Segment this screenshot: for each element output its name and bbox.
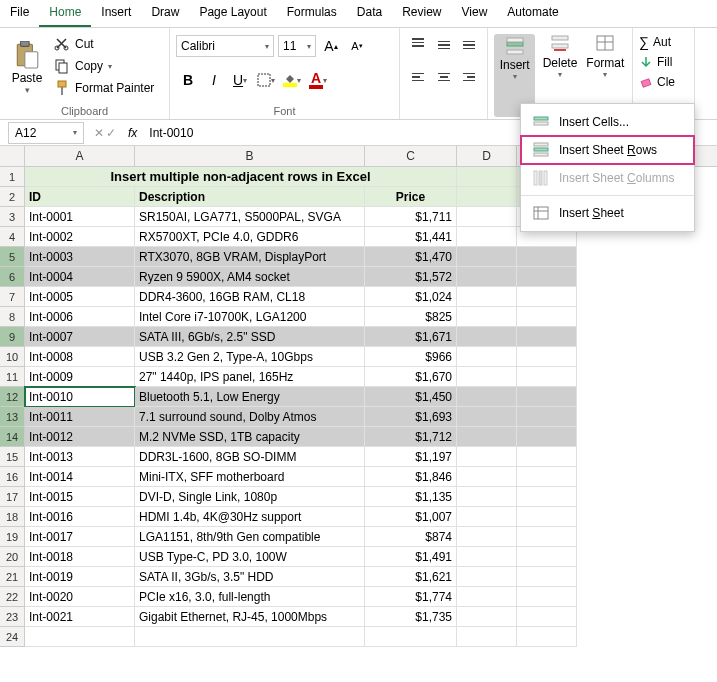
cell-id[interactable]: Int-0001 [25, 207, 135, 227]
cell-id[interactable]: Int-0012 [25, 427, 135, 447]
cell-price[interactable]: $1,774 [365, 587, 457, 607]
fill-button[interactable]: Fill [639, 52, 688, 72]
sheet-title[interactable]: Insert multiple non-adjacent rows in Exc… [25, 167, 457, 187]
cell-desc[interactable]: USB Type-C, PD 3.0, 100W [135, 547, 365, 567]
col-head-b[interactable]: B [135, 146, 365, 166]
row-head[interactable]: 14 [0, 427, 25, 447]
row-head[interactable]: 19 [0, 527, 25, 547]
cell[interactable] [517, 447, 577, 467]
cell-price[interactable]: $1,135 [365, 487, 457, 507]
cell[interactable] [517, 527, 577, 547]
col-head-a[interactable]: A [25, 146, 135, 166]
cell[interactable] [457, 167, 517, 187]
fx-icon[interactable]: fx [122, 126, 143, 140]
cell-desc[interactable]: RTX3070, 8GB VRAM, DisplayPort [135, 247, 365, 267]
cell-id[interactable]: Int-0004 [25, 267, 135, 287]
cell[interactable] [517, 507, 577, 527]
cell-id[interactable]: Int-0017 [25, 527, 135, 547]
align-bottom-button[interactable] [457, 34, 481, 56]
decrease-font-button[interactable]: A▾ [346, 35, 368, 57]
cell-desc[interactable]: DVI-D, Single Link, 1080p [135, 487, 365, 507]
cell-desc[interactable]: Bluetooth 5.1, Low Energy [135, 387, 365, 407]
header-desc[interactable]: Description [135, 187, 365, 207]
menu-file[interactable]: File [0, 0, 39, 27]
cell[interactable] [457, 187, 517, 207]
cell[interactable] [517, 547, 577, 567]
cell-id[interactable] [25, 627, 135, 647]
cell-desc[interactable]: SATA II, 3Gb/s, 3.5" HDD [135, 567, 365, 587]
cell[interactable] [457, 427, 517, 447]
cell-id[interactable]: Int-0008 [25, 347, 135, 367]
cell[interactable] [517, 567, 577, 587]
cell[interactable] [457, 627, 517, 647]
align-left-button[interactable] [406, 66, 430, 88]
row-head[interactable]: 13 [0, 407, 25, 427]
cell-price[interactable]: $1,491 [365, 547, 457, 567]
cell-desc[interactable]: SATA III, 6Gb/s, 2.5" SSD [135, 327, 365, 347]
cell[interactable] [457, 307, 517, 327]
row-head[interactable]: 17 [0, 487, 25, 507]
col-head-d[interactable]: D [457, 146, 517, 166]
cell[interactable] [457, 407, 517, 427]
row-head[interactable]: 23 [0, 607, 25, 627]
cell[interactable] [517, 247, 577, 267]
row-head[interactable]: 12 [0, 387, 25, 407]
cell-price[interactable] [365, 627, 457, 647]
font-size-select[interactable]: 11▾ [278, 35, 316, 57]
cell-desc[interactable] [135, 627, 365, 647]
cell-desc[interactable]: USB 3.2 Gen 2, Type-A, 10Gbps [135, 347, 365, 367]
cell-desc[interactable]: 7.1 surround sound, Dolby Atmos [135, 407, 365, 427]
col-head-c[interactable]: C [365, 146, 457, 166]
menu-home[interactable]: Home [39, 0, 91, 27]
cell-price[interactable]: $1,441 [365, 227, 457, 247]
row-head[interactable]: 9 [0, 327, 25, 347]
cell[interactable] [517, 267, 577, 287]
cell-price[interactable]: $825 [365, 307, 457, 327]
select-all-corner[interactable] [0, 146, 25, 166]
cell-id[interactable]: Int-0020 [25, 587, 135, 607]
row-head[interactable]: 16 [0, 467, 25, 487]
cell-price[interactable]: $874 [365, 527, 457, 547]
cell[interactable] [457, 447, 517, 467]
font-name-select[interactable]: Calibri▾ [176, 35, 274, 57]
cell[interactable] [457, 467, 517, 487]
header-id[interactable]: ID [25, 187, 135, 207]
italic-button[interactable]: I [202, 69, 226, 91]
cell-price[interactable]: $1,450 [365, 387, 457, 407]
cell[interactable] [457, 527, 517, 547]
cell-price[interactable]: $1,846 [365, 467, 457, 487]
cell[interactable] [517, 427, 577, 447]
menu-page-layout[interactable]: Page Layout [189, 0, 276, 27]
cell-price[interactable]: $1,712 [365, 427, 457, 447]
row-head[interactable]: 11 [0, 367, 25, 387]
cell-price[interactable]: $1,572 [365, 267, 457, 287]
cell-price[interactable]: $1,621 [365, 567, 457, 587]
cell-price[interactable]: $966 [365, 347, 457, 367]
paste-button[interactable]: Paste ▾ [6, 32, 48, 102]
cell[interactable] [457, 347, 517, 367]
cell-id[interactable]: Int-0007 [25, 327, 135, 347]
cell[interactable] [457, 227, 517, 247]
cell-desc[interactable]: Gigabit Ethernet, RJ-45, 1000Mbps [135, 607, 365, 627]
chevron-down-icon[interactable]: ▾ [108, 62, 112, 71]
menu-insert[interactable]: Insert [91, 0, 141, 27]
row-head[interactable]: 15 [0, 447, 25, 467]
cell[interactable] [517, 487, 577, 507]
autosum-button[interactable]: ∑Aut [639, 32, 688, 52]
accept-formula-icon[interactable]: ✓ [106, 126, 116, 140]
row-head-2[interactable]: 2 [0, 187, 25, 207]
row-head[interactable]: 8 [0, 307, 25, 327]
cell-desc[interactable]: LGA1151, 8th/9th Gen compatible [135, 527, 365, 547]
cell-desc[interactable]: RX5700XT, PCIe 4.0, GDDR6 [135, 227, 365, 247]
cell[interactable] [457, 387, 517, 407]
cell-id[interactable]: Int-0006 [25, 307, 135, 327]
row-head[interactable]: 20 [0, 547, 25, 567]
cell[interactable] [457, 367, 517, 387]
cell[interactable] [457, 207, 517, 227]
cell-desc[interactable]: Intel Core i7-10700K, LGA1200 [135, 307, 365, 327]
cell-price[interactable]: $1,470 [365, 247, 457, 267]
format-painter-button[interactable]: Format Painter [54, 78, 154, 98]
menu-automate[interactable]: Automate [497, 0, 568, 27]
cell-id[interactable]: Int-0014 [25, 467, 135, 487]
cell-desc[interactable]: DDR3L-1600, 8GB SO-DIMM [135, 447, 365, 467]
